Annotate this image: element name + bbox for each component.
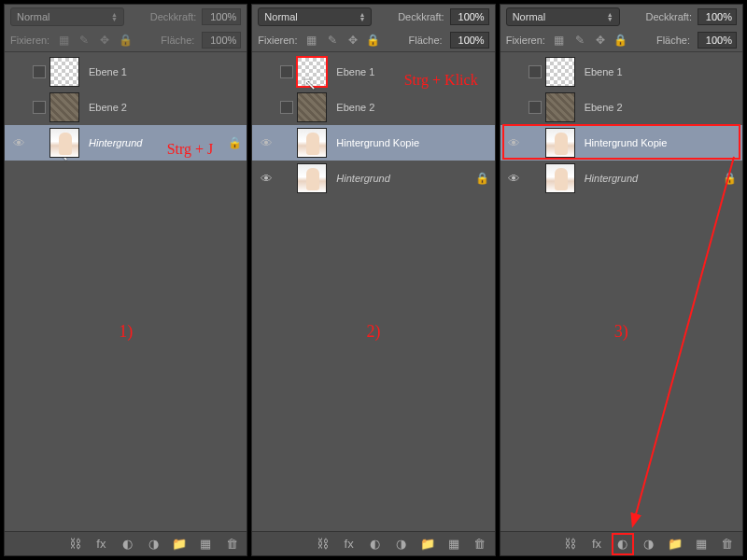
visibility-eye-icon[interactable]: 👁 [8, 125, 29, 161]
lock-icon: 🔒 [226, 136, 243, 149]
opacity-value[interactable]: 100% [698, 8, 737, 25]
fill-value[interactable]: 100% [202, 32, 241, 49]
lock-brush-icon[interactable]: ✎ [326, 34, 339, 47]
layer-row[interactable]: 👁Ebene 2 [5, 90, 247, 125]
layer-name[interactable]: Ebene 2 [83, 102, 243, 113]
layer-row[interactable]: 👁Ebene 1 [5, 54, 247, 90]
lock-label: Fixieren: [258, 35, 297, 46]
fx-icon[interactable]: fx [589, 537, 604, 552]
visibility-eye-icon[interactable]: 👁 [256, 161, 276, 196]
layer-name[interactable]: Hintergrund [83, 137, 222, 148]
layer-thumbnail[interactable] [545, 57, 575, 87]
blend-mode-select[interactable]: Normal▲▼ [10, 7, 124, 26]
layer-name[interactable]: Hintergrund Kopie [331, 137, 490, 148]
stepper-icon: ▲▼ [607, 12, 613, 21]
lock-move-icon[interactable]: ✥ [346, 34, 359, 47]
visibility-eye-icon[interactable]: 👁 [504, 161, 525, 196]
mask-icon[interactable]: ◐ [120, 537, 134, 552]
layer-list: 👁Ebene 1👁Ebene 2👁Hintergrund🔒 [5, 52, 247, 531]
new-icon[interactable]: ▦ [694, 537, 709, 552]
lock-transparent-icon[interactable]: ▦ [57, 34, 70, 47]
lock-icon: 🔒 [474, 172, 491, 185]
layer-thumbnail[interactable] [545, 92, 575, 122]
layer-panel-footer: ⛓fx◐◑📁▦🗑 [252, 531, 494, 555]
layer-thumbnail[interactable] [297, 163, 327, 193]
layer-thumbnail[interactable] [297, 92, 327, 122]
visibility-eye-icon[interactable]: 👁 [504, 125, 525, 161]
fill-value[interactable]: 100% [698, 32, 737, 49]
blend-mode-value: Normal [264, 11, 297, 22]
layer-panel-footer: ⛓fx◐◑📁▦🗑 [500, 531, 742, 555]
layer-checkbox[interactable] [529, 65, 542, 78]
trash-icon[interactable]: 🗑 [472, 537, 487, 552]
layer-checkbox[interactable] [280, 65, 293, 78]
layer-thumbnail[interactable] [545, 163, 575, 193]
layer-thumbnail[interactable] [545, 128, 575, 158]
blend-mode-value: Normal [17, 11, 49, 22]
layer-row[interactable]: 👁Ebene 1 [500, 54, 742, 90]
layers-panel-1: Normal▲▼Deckkraft:100%Fixieren:▦✎✥🔒Fläch… [4, 4, 247, 556]
layer-name[interactable]: Ebene 1 [83, 66, 243, 77]
blend-mode-select[interactable]: Normal▲▼ [506, 7, 620, 26]
layer-thumbnail[interactable] [297, 57, 327, 87]
layers-panel-2: Normal▲▼Deckkraft:100%Fixieren:▦✎✥🔒Fläch… [251, 4, 495, 556]
blend-opacity-bar: Normal▲▼Deckkraft:100% [252, 5, 494, 29]
layer-checkbox[interactable] [33, 65, 46, 78]
lock-transparent-icon[interactable]: ▦ [305, 34, 318, 47]
layer-row[interactable]: 👁Hintergrund Kopie [500, 125, 742, 161]
layer-row[interactable]: 👁Hintergrund🔒 [252, 161, 494, 196]
link-icon[interactable]: ⛓ [563, 537, 578, 552]
lock-all-icon[interactable]: 🔒 [614, 34, 627, 47]
layer-name[interactable]: Hintergrund [331, 173, 470, 184]
lock-transparent-icon[interactable]: ▦ [553, 34, 566, 47]
layer-thumbnail[interactable] [49, 57, 79, 87]
group-icon[interactable]: 📁 [668, 537, 683, 552]
layer-name[interactable]: Hintergrund Kopie [579, 137, 739, 148]
visibility-eye-icon[interactable]: 👁 [256, 125, 276, 161]
opacity-value[interactable]: 100% [202, 8, 241, 25]
lock-brush-icon[interactable]: ✎ [573, 34, 586, 47]
mask-icon[interactable]: ◐ [615, 537, 630, 552]
layer-name[interactable]: Ebene 1 [331, 66, 490, 77]
layer-checkbox[interactable] [529, 101, 542, 114]
new-icon[interactable]: ▦ [446, 537, 461, 552]
adjust-icon[interactable]: ◑ [641, 537, 656, 552]
layer-row[interactable]: 👁Ebene 2 [252, 90, 494, 125]
group-icon[interactable]: 📁 [172, 537, 187, 552]
link-icon[interactable]: ⛓ [316, 537, 331, 552]
layer-row[interactable]: 👁Ebene 1 [252, 54, 494, 90]
layer-row[interactable]: 👁Hintergrund Kopie [252, 125, 494, 161]
layer-thumbnail[interactable] [297, 128, 327, 158]
fill-value[interactable]: 100% [450, 32, 489, 49]
fx-icon[interactable]: fx [93, 537, 108, 552]
lock-all-icon[interactable]: 🔒 [367, 34, 380, 47]
adjust-icon[interactable]: ◑ [146, 537, 161, 552]
mask-icon[interactable]: ◐ [368, 537, 383, 552]
lock-move-icon[interactable]: ✥ [98, 34, 111, 47]
trash-icon[interactable]: 🗑 [224, 537, 239, 552]
adjust-icon[interactable]: ◑ [394, 537, 409, 552]
layer-row[interactable]: 👁Ebene 2 [500, 90, 742, 125]
group-icon[interactable]: 📁 [420, 537, 435, 552]
layer-name[interactable]: Ebene 2 [331, 102, 490, 113]
fx-icon[interactable]: fx [342, 537, 357, 552]
layer-name[interactable]: Ebene 1 [579, 66, 739, 77]
opacity-value[interactable]: 100% [450, 8, 489, 25]
blend-mode-select[interactable]: Normal▲▼ [258, 7, 372, 26]
new-icon[interactable]: ▦ [198, 537, 213, 552]
fill-label: Fläche: [409, 35, 443, 46]
layer-row[interactable]: 👁Hintergrund🔒 [5, 125, 247, 161]
layer-checkbox[interactable] [33, 101, 46, 114]
layer-thumbnail[interactable] [49, 128, 79, 158]
lock-brush-icon[interactable]: ✎ [78, 34, 91, 47]
layer-checkbox[interactable] [280, 101, 293, 114]
trash-icon[interactable]: 🗑 [720, 537, 735, 552]
lock-move-icon[interactable]: ✥ [594, 34, 607, 47]
layer-row[interactable]: 👁Hintergrund🔒 [500, 161, 742, 196]
layer-thumbnail[interactable] [49, 92, 79, 122]
layer-name[interactable]: Hintergrund [579, 173, 718, 184]
link-icon[interactable]: ⛓ [67, 537, 82, 552]
lock-all-icon[interactable]: 🔒 [119, 34, 132, 47]
fill-label: Fläche: [161, 35, 194, 46]
layer-name[interactable]: Ebene 2 [579, 102, 739, 113]
